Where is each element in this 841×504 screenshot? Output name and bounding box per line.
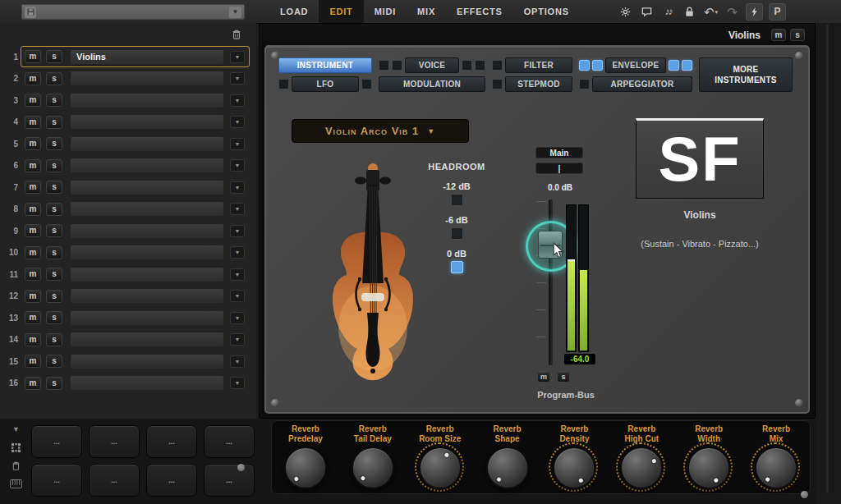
- solo-button[interactable]: s: [46, 311, 62, 324]
- track-row-group[interactable]: ms▼: [21, 329, 250, 351]
- pad-button[interactable]: ...: [204, 425, 255, 458]
- track-name-field[interactable]: [71, 158, 223, 172]
- lock-icon[interactable]: [682, 4, 697, 20]
- track-row-group[interactable]: ms▼: [21, 199, 250, 220]
- mute-button[interactable]: m: [25, 94, 41, 107]
- section-tab-modulation[interactable]: MODULATION: [379, 76, 485, 92]
- track-name-field[interactable]: [71, 94, 223, 108]
- track-dropdown-button[interactable]: ▼: [230, 312, 245, 324]
- track-dropdown-button[interactable]: ▼: [230, 333, 245, 346]
- articulation-dropdown[interactable]: Violin Arco Vib 1 ▼: [292, 119, 469, 143]
- mute-button[interactable]: m: [25, 268, 41, 281]
- preset-p-icon[interactable]: P: [769, 3, 786, 21]
- lightning-icon[interactable]: [746, 3, 763, 21]
- solo-button[interactable]: s: [46, 290, 62, 303]
- solo-button[interactable]: s: [46, 72, 62, 85]
- mute-button[interactable]: m: [25, 333, 41, 346]
- channel-solo-button[interactable]: s: [557, 372, 570, 383]
- track-dropdown-button[interactable]: ▼: [230, 377, 245, 389]
- track-row-group[interactable]: ms▼: [21, 133, 250, 154]
- pan-control[interactable]: |: [535, 163, 583, 174]
- track-name-field[interactable]: [71, 332, 223, 346]
- track-name-field[interactable]: [71, 376, 223, 390]
- solo-button[interactable]: s: [46, 333, 62, 346]
- track-row-group[interactable]: ms▼: [21, 351, 250, 372]
- track-row-group[interactable]: ms▼: [21, 112, 250, 133]
- knob-control[interactable]: [553, 447, 595, 489]
- mute-button[interactable]: m: [25, 290, 41, 303]
- mute-button[interactable]: m: [25, 181, 41, 194]
- plugin-mute-button[interactable]: m: [771, 29, 786, 41]
- pad-button[interactable]: ...: [89, 425, 140, 458]
- section-tab-voice[interactable]: VOICE: [405, 57, 459, 73]
- headroom-checkbox[interactable]: [451, 194, 463, 206]
- track-row-group[interactable]: ms▼: [21, 220, 250, 241]
- section-checkbox[interactable]: [669, 60, 679, 71]
- track-row-group[interactable]: ms▼: [21, 155, 250, 176]
- preset-dropdown-arrow-icon[interactable]: ▼: [229, 7, 241, 18]
- delete-track-icon[interactable]: [232, 29, 241, 44]
- mute-button[interactable]: m: [25, 116, 41, 129]
- section-checkbox[interactable]: [462, 60, 472, 71]
- section-tab-envelope[interactable]: ENVELOPE: [605, 57, 666, 73]
- section-tab-lfo[interactable]: LFO: [292, 76, 359, 92]
- redo-icon[interactable]: ↷: [724, 4, 740, 20]
- track-name-field[interactable]: [71, 71, 223, 85]
- track-dropdown-button[interactable]: ▼: [230, 72, 245, 85]
- knob-control[interactable]: [620, 447, 663, 489]
- track-name-field[interactable]: [71, 115, 223, 129]
- track-dropdown-button[interactable]: ▼: [230, 355, 245, 368]
- solo-button[interactable]: s: [46, 116, 62, 129]
- mute-button[interactable]: m: [25, 311, 41, 324]
- grid-icon[interactable]: [10, 442, 22, 453]
- section-checkbox[interactable]: [475, 60, 485, 71]
- track-row-group[interactable]: ms▼: [21, 263, 250, 285]
- pad-button[interactable]: ...: [31, 425, 82, 458]
- track-dropdown-button[interactable]: ▼: [230, 138, 245, 150]
- track-row-group[interactable]: ms▼: [21, 286, 250, 307]
- solo-button[interactable]: s: [46, 224, 62, 237]
- plugin-solo-button[interactable]: s: [790, 29, 805, 41]
- music-notes-icon[interactable]: ♪♪: [660, 4, 676, 20]
- tab-midi[interactable]: MIDI: [364, 0, 407, 23]
- bus-select-button[interactable]: Main: [535, 147, 583, 158]
- pad-button[interactable]: ...: [31, 464, 82, 497]
- track-dropdown-button[interactable]: ▼: [230, 51, 245, 63]
- mute-button[interactable]: m: [25, 137, 41, 150]
- track-name-field[interactable]: Violins: [71, 50, 223, 64]
- channel-mute-button[interactable]: m: [537, 372, 550, 383]
- headroom-checkbox[interactable]: [451, 261, 463, 273]
- solo-button[interactable]: s: [46, 246, 62, 259]
- track-dropdown-button[interactable]: ▼: [230, 203, 245, 215]
- keyboard-icon[interactable]: [10, 478, 22, 489]
- section-checkbox[interactable]: [579, 60, 590, 71]
- solo-button[interactable]: s: [46, 203, 62, 216]
- section-checkbox[interactable]: [392, 60, 402, 71]
- track-row-group[interactable]: ms▼: [21, 68, 250, 89]
- track-name-field[interactable]: [71, 289, 223, 303]
- chat-icon[interactable]: [639, 4, 655, 20]
- solo-button[interactable]: s: [46, 159, 62, 172]
- tab-options[interactable]: OPTIONS: [513, 0, 580, 23]
- track-dropdown-button[interactable]: ▼: [230, 290, 245, 302]
- section-checkbox[interactable]: [361, 79, 372, 89]
- tab-load[interactable]: LOAD: [269, 0, 319, 23]
- solo-button[interactable]: s: [46, 94, 62, 107]
- track-name-field[interactable]: [71, 311, 223, 325]
- track-dropdown-button[interactable]: ▼: [230, 225, 245, 237]
- mute-button[interactable]: m: [25, 246, 41, 259]
- pad-button[interactable]: ...: [146, 425, 197, 458]
- section-checkbox[interactable]: [579, 79, 590, 89]
- mute-button[interactable]: m: [25, 72, 41, 85]
- track-dropdown-button[interactable]: ▼: [230, 268, 245, 281]
- solo-button[interactable]: s: [46, 377, 62, 390]
- track-name-field[interactable]: [71, 181, 223, 195]
- section-checkbox[interactable]: [379, 60, 389, 71]
- mute-button[interactable]: m: [25, 377, 41, 390]
- section-tab-arpeggiator[interactable]: ARPEGGIATOR: [592, 76, 692, 92]
- track-name-field[interactable]: [71, 224, 223, 238]
- section-checkbox[interactable]: [682, 60, 692, 71]
- knob-control[interactable]: [687, 447, 730, 489]
- track-row-group[interactable]: ms▼: [21, 242, 250, 263]
- section-checkbox[interactable]: [492, 79, 503, 89]
